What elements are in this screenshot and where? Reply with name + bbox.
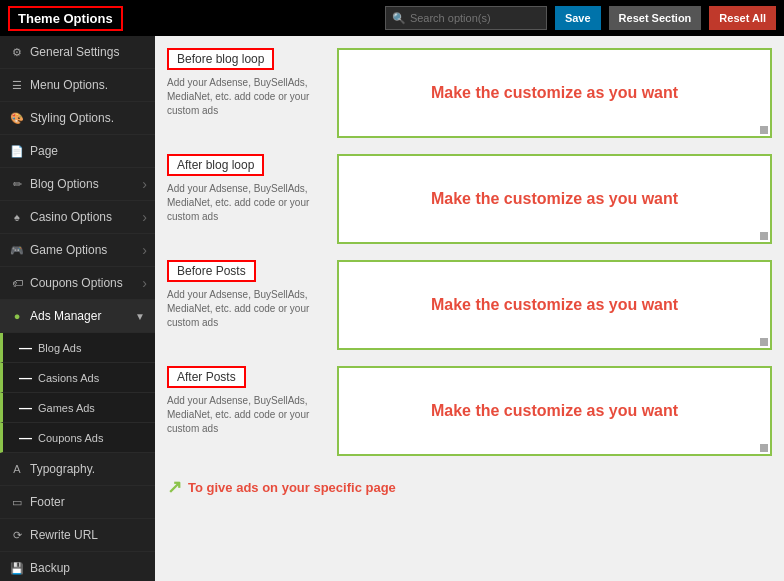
sidebar-label: Coupons Options bbox=[30, 276, 123, 290]
sidebar-item-casions-ads[interactable]: — Casions Ads bbox=[0, 363, 155, 393]
sidebar-label: Menu Options. bbox=[30, 78, 108, 92]
sidebar-label: Backup bbox=[30, 561, 70, 575]
bottom-annotation: ↗ To give ads on your specific page bbox=[167, 472, 772, 502]
page-icon: 📄 bbox=[10, 144, 24, 158]
backup-icon: 💾 bbox=[10, 561, 24, 575]
ads-manager-submenu: — Blog Ads — Casions Ads — Games Ads — C… bbox=[0, 333, 155, 453]
ads-icon: ● bbox=[10, 309, 24, 323]
sidebar-item-general-settings[interactable]: ⚙ General Settings bbox=[0, 36, 155, 69]
before-posts-left: Before Posts Add your Adsense, BuySellAd… bbox=[167, 260, 327, 350]
sidebar-item-game-options[interactable]: 🎮 Game Options bbox=[0, 234, 155, 267]
submenu-label: Blog Ads bbox=[38, 342, 81, 354]
sidebar-item-blog-options[interactable]: ✏ Blog Options bbox=[0, 168, 155, 201]
sidebar-item-typography[interactable]: A Typography. bbox=[0, 453, 155, 486]
after-posts-left: After Posts Add your Adsense, BuySellAds… bbox=[167, 366, 327, 456]
game-icon: 🎮 bbox=[10, 243, 24, 257]
after-blog-loop-title: After blog loop bbox=[167, 154, 264, 176]
submenu-label: Games Ads bbox=[38, 402, 95, 414]
sidebar-label: Casino Options bbox=[30, 210, 112, 224]
sidebar-item-menu-options[interactable]: ☰ Menu Options. bbox=[0, 69, 155, 102]
sidebar-label: Styling Options. bbox=[30, 111, 114, 125]
sidebar-label: Blog Options bbox=[30, 177, 99, 191]
after-blog-loop-textarea[interactable]: Make the customize as you want bbox=[337, 154, 772, 244]
before-blog-loop-section: Before blog loop Add your Adsense, BuySe… bbox=[167, 48, 772, 138]
rewrite-icon: ⟳ bbox=[10, 528, 24, 542]
sidebar-item-page[interactable]: 📄 Page bbox=[0, 135, 155, 168]
header: Theme Options 🔍 Save Reset Section Reset… bbox=[0, 0, 784, 36]
resize-handle[interactable] bbox=[760, 444, 768, 452]
after-blog-loop-section: After blog loop Add your Adsense, BuySel… bbox=[167, 154, 772, 244]
submenu-label: Casions Ads bbox=[38, 372, 99, 384]
after-posts-section: After Posts Add your Adsense, BuySellAds… bbox=[167, 366, 772, 456]
after-blog-loop-placeholder: Make the customize as you want bbox=[421, 180, 688, 218]
resize-handle[interactable] bbox=[760, 232, 768, 240]
dash-icon: — bbox=[19, 340, 32, 355]
reset-section-button[interactable]: Reset Section bbox=[609, 6, 702, 30]
annotation-arrow-icon: ↗ bbox=[167, 476, 182, 498]
typography-icon: A bbox=[10, 462, 24, 476]
layout: ⚙ General Settings ☰ Menu Options. 🎨 Sty… bbox=[0, 36, 784, 581]
sidebar-item-blog-ads[interactable]: — Blog Ads bbox=[0, 333, 155, 363]
settings-icon: ⚙ bbox=[10, 45, 24, 59]
sidebar-item-rewrite-url[interactable]: ⟳ Rewrite URL bbox=[0, 519, 155, 552]
styling-icon: 🎨 bbox=[10, 111, 24, 125]
submenu-label: Coupons Ads bbox=[38, 432, 103, 444]
sidebar-item-coupons-ads[interactable]: — Coupons Ads bbox=[0, 423, 155, 453]
save-button[interactable]: Save bbox=[555, 6, 601, 30]
annotation-text: To give ads on your specific page bbox=[188, 480, 396, 495]
footer-icon: ▭ bbox=[10, 495, 24, 509]
before-blog-loop-placeholder: Make the customize as you want bbox=[421, 74, 688, 112]
sidebar-item-backup[interactable]: 💾 Backup bbox=[0, 552, 155, 581]
before-blog-loop-desc: Add your Adsense, BuySellAds, MediaNet, … bbox=[167, 76, 327, 118]
sidebar-label: Ads Manager bbox=[30, 309, 101, 323]
before-blog-loop-title: Before blog loop bbox=[167, 48, 274, 70]
sidebar-label: Footer bbox=[30, 495, 65, 509]
sidebar-item-casino-options[interactable]: ♠ Casino Options bbox=[0, 201, 155, 234]
dash-icon: — bbox=[19, 430, 32, 445]
casino-icon: ♠ bbox=[10, 210, 24, 224]
search-wrap: 🔍 bbox=[385, 6, 547, 30]
sidebar-label: General Settings bbox=[30, 45, 119, 59]
sidebar: ⚙ General Settings ☰ Menu Options. 🎨 Sty… bbox=[0, 36, 155, 581]
dash-icon: — bbox=[19, 400, 32, 415]
main-content: Before blog loop Add your Adsense, BuySe… bbox=[155, 36, 784, 581]
sidebar-label: Rewrite URL bbox=[30, 528, 98, 542]
resize-handle[interactable] bbox=[760, 338, 768, 346]
blog-icon: ✏ bbox=[10, 177, 24, 191]
sidebar-label: Game Options bbox=[30, 243, 107, 257]
before-blog-loop-left: Before blog loop Add your Adsense, BuySe… bbox=[167, 48, 327, 138]
sidebar-label: Page bbox=[30, 144, 58, 158]
before-posts-textarea[interactable]: Make the customize as you want bbox=[337, 260, 772, 350]
after-posts-placeholder: Make the customize as you want bbox=[421, 392, 688, 430]
before-posts-title: Before Posts bbox=[167, 260, 256, 282]
app-title: Theme Options bbox=[8, 6, 123, 31]
after-blog-loop-left: After blog loop Add your Adsense, BuySel… bbox=[167, 154, 327, 244]
before-posts-desc: Add your Adsense, BuySellAds, MediaNet, … bbox=[167, 288, 327, 330]
sidebar-item-styling-options[interactable]: 🎨 Styling Options. bbox=[0, 102, 155, 135]
dash-icon: — bbox=[19, 370, 32, 385]
before-posts-section: Before Posts Add your Adsense, BuySellAd… bbox=[167, 260, 772, 350]
sidebar-item-games-ads[interactable]: — Games Ads bbox=[0, 393, 155, 423]
coupons-icon: 🏷 bbox=[10, 276, 24, 290]
sidebar-item-ads-manager[interactable]: ● Ads Manager ▼ bbox=[0, 300, 155, 333]
before-blog-loop-textarea[interactable]: Make the customize as you want bbox=[337, 48, 772, 138]
reset-all-button[interactable]: Reset All bbox=[709, 6, 776, 30]
chevron-down-icon: ▼ bbox=[135, 311, 145, 322]
search-icon: 🔍 bbox=[392, 12, 406, 25]
sidebar-item-footer[interactable]: ▭ Footer bbox=[0, 486, 155, 519]
sidebar-label: Typography. bbox=[30, 462, 95, 476]
after-posts-textarea[interactable]: Make the customize as you want bbox=[337, 366, 772, 456]
sidebar-item-coupons-options[interactable]: 🏷 Coupons Options bbox=[0, 267, 155, 300]
menu-icon: ☰ bbox=[10, 78, 24, 92]
resize-handle[interactable] bbox=[760, 126, 768, 134]
after-posts-title: After Posts bbox=[167, 366, 246, 388]
after-posts-desc: Add your Adsense, BuySellAds, MediaNet, … bbox=[167, 394, 327, 436]
search-input[interactable] bbox=[410, 12, 540, 24]
after-blog-loop-desc: Add your Adsense, BuySellAds, MediaNet, … bbox=[167, 182, 327, 224]
before-posts-placeholder: Make the customize as you want bbox=[421, 286, 688, 324]
